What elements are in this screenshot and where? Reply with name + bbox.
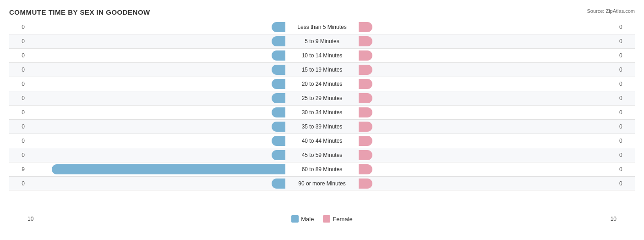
- male-side: [27, 164, 285, 174]
- female-side: [359, 50, 617, 61]
- male-side: [27, 65, 285, 75]
- chart-row: 020 to 24 Minutes0: [9, 77, 635, 91]
- male-value: 0: [9, 152, 27, 158]
- chart-row: 025 to 29 Minutes0: [9, 91, 635, 105]
- male-value: 0: [9, 81, 27, 87]
- female-side: [359, 65, 617, 75]
- male-side: [27, 50, 285, 61]
- male-value: 9: [9, 166, 27, 173]
- chart-row: 05 to 9 Minutes0: [9, 34, 635, 48]
- male-bar: [272, 179, 285, 189]
- female-bar: [359, 150, 372, 160]
- row-label-wrap: 15 to 19 Minutes: [285, 67, 359, 73]
- male-side: [27, 122, 285, 132]
- row-label: 60 to 89 Minutes: [299, 166, 345, 173]
- male-value: 0: [9, 67, 27, 73]
- row-label-wrap: 45 to 59 Minutes: [285, 152, 359, 158]
- row-label-wrap: 35 to 39 Minutes: [285, 123, 359, 130]
- male-side: [27, 22, 285, 32]
- row-label: 15 to 19 Minutes: [299, 67, 345, 73]
- male-bar: [272, 36, 285, 46]
- female-value: 0: [617, 38, 635, 45]
- female-bar: [359, 179, 372, 189]
- chart-row: 090 or more Minutes0: [9, 176, 635, 190]
- male-value: 0: [9, 109, 27, 116]
- male-bar: [272, 79, 285, 89]
- legend-female: Female: [323, 215, 352, 223]
- male-value: 0: [9, 123, 27, 130]
- female-side: [359, 122, 617, 132]
- female-value: 0: [617, 138, 635, 144]
- male-bar: [272, 136, 285, 146]
- female-value: 0: [617, 166, 635, 173]
- female-side: [359, 93, 617, 103]
- female-side: [359, 150, 617, 160]
- legend-male: Male: [291, 215, 314, 223]
- female-bar: [359, 136, 372, 146]
- row-label-wrap: 40 to 44 Minutes: [285, 138, 359, 144]
- male-side: [27, 107, 285, 117]
- axis-right: 10: [603, 216, 617, 222]
- female-value: 0: [617, 67, 635, 73]
- row-label: 25 to 29 Minutes: [299, 95, 345, 101]
- male-value: 0: [9, 38, 27, 45]
- row-label-wrap: 20 to 24 Minutes: [285, 81, 359, 87]
- female-side: [359, 79, 617, 89]
- male-bar: [272, 107, 285, 117]
- chart-container: COMMUTE TIME BY SEX IN GOODENOW Source: …: [0, 0, 644, 240]
- chart-row: 035 to 39 Minutes0: [9, 119, 635, 134]
- row-label-wrap: 60 to 89 Minutes: [285, 166, 359, 173]
- female-bar: [359, 65, 372, 75]
- female-bar: [359, 50, 372, 61]
- legend-male-label: Male: [301, 216, 314, 223]
- row-label: 5 to 9 Minutes: [302, 38, 342, 45]
- female-value: 0: [617, 24, 635, 30]
- female-value: 0: [617, 152, 635, 158]
- female-value: 0: [617, 180, 635, 187]
- row-label: 35 to 39 Minutes: [299, 123, 345, 130]
- male-bar: [272, 150, 285, 160]
- male-bar: [272, 50, 285, 61]
- female-bar: [359, 22, 372, 32]
- male-bar: [272, 122, 285, 132]
- female-side: [359, 136, 617, 146]
- legend-female-label: Female: [333, 216, 352, 223]
- male-side: [27, 36, 285, 46]
- chart-title: COMMUTE TIME BY SEX IN GOODENOW: [9, 8, 635, 16]
- row-label: 20 to 24 Minutes: [299, 81, 345, 87]
- axis-left: 10: [27, 216, 41, 222]
- row-label: 40 to 44 Minutes: [299, 138, 345, 144]
- chart-footer: 10 Male Female 10: [9, 215, 635, 223]
- male-bar: [272, 22, 285, 32]
- male-value: 0: [9, 95, 27, 101]
- female-bar: [359, 107, 372, 117]
- row-label-wrap: 10 to 14 Minutes: [285, 52, 359, 59]
- male-value: 0: [9, 180, 27, 187]
- row-label: 30 to 34 Minutes: [299, 109, 345, 116]
- male-value: 0: [9, 52, 27, 59]
- row-label-wrap: 5 to 9 Minutes: [285, 38, 359, 45]
- female-bar: [359, 93, 372, 103]
- male-bar: [52, 164, 285, 174]
- male-value: 0: [9, 24, 27, 30]
- chart-row: 030 to 34 Minutes0: [9, 105, 635, 119]
- chart-row: 960 to 89 Minutes0: [9, 162, 635, 176]
- chart-row: 045 to 59 Minutes0: [9, 148, 635, 162]
- female-bar: [359, 79, 372, 89]
- female-bar: [359, 164, 372, 174]
- row-label-wrap: Less than 5 Minutes: [285, 24, 359, 30]
- female-side: [359, 36, 617, 46]
- row-label-wrap: 25 to 29 Minutes: [285, 95, 359, 101]
- row-label: 10 to 14 Minutes: [299, 52, 345, 59]
- chart-row: 040 to 44 Minutes0: [9, 134, 635, 148]
- row-label: 45 to 59 Minutes: [299, 152, 345, 158]
- female-bar: [359, 36, 372, 46]
- legend: Male Female: [291, 215, 353, 223]
- female-bar: [359, 122, 372, 132]
- male-value: 0: [9, 138, 27, 144]
- male-side: [27, 136, 285, 146]
- male-bar: [272, 93, 285, 103]
- female-value: 0: [617, 123, 635, 130]
- female-side: [359, 164, 617, 174]
- male-side: [27, 93, 285, 103]
